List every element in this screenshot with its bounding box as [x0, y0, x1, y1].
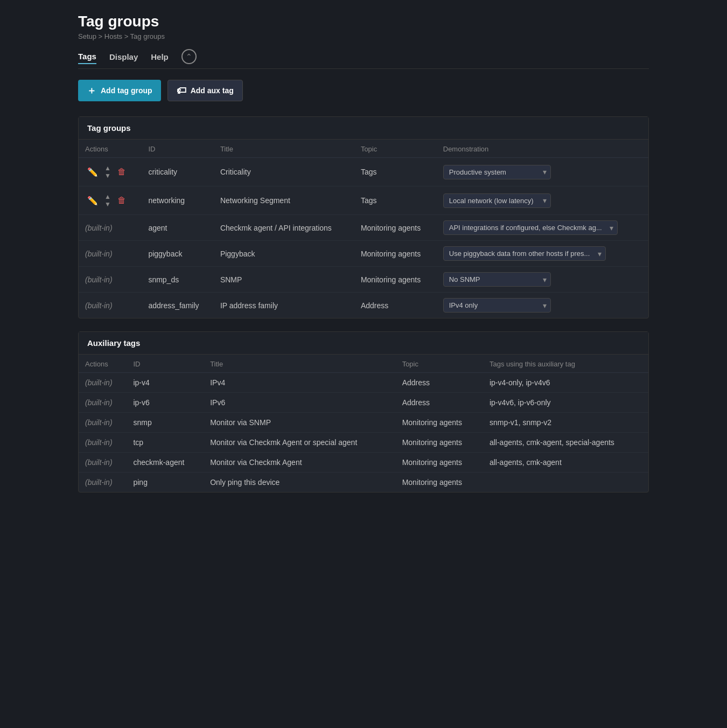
table-row: ✏️ ▲▼ 🗑 networkingNetworking SegmentTags… — [79, 186, 648, 215]
aux-tag-icon: 🏷 — [177, 85, 186, 96]
page-title: Tag groups — [78, 13, 649, 30]
builtin-label: (built-in) — [85, 438, 113, 447]
aux-row-topic: Monitoring agents — [396, 413, 483, 433]
sort-button[interactable]: ▲▼ — [102, 163, 113, 181]
sort-icon: ▲▼ — [104, 164, 111, 179]
row-demonstration[interactable]: No SNMPSNMP v2 or v3SNMP v1 — [437, 267, 648, 293]
tab-tags[interactable]: Tags — [78, 50, 96, 64]
aux-col-tags-using: Tags using this auxiliary tag — [483, 355, 648, 373]
collapse-button[interactable]: ⌃ — [181, 49, 197, 64]
row-id: networking — [142, 186, 214, 215]
aux-row-id: checkmk-agent — [127, 453, 204, 473]
builtin-label: (built-in) — [85, 224, 113, 232]
aux-row-title: Monitor via Checkmk Agent or special age… — [204, 433, 395, 453]
row-id: address_family — [142, 293, 214, 318]
nav-bar: Tags Display Help ⌃ — [78, 49, 649, 69]
breadcrumb: Setup > Hosts > Tag groups — [78, 32, 649, 40]
auxiliary-tags-section: Auxiliary tags Actions ID Title Topic Ta… — [78, 331, 649, 493]
col-title: Title — [214, 140, 354, 158]
builtin-label: (built-in) — [85, 458, 113, 467]
edit-button[interactable]: ✏️ — [85, 195, 100, 207]
aux-row-tags-using — [483, 473, 648, 493]
delete-button[interactable]: 🗑 — [115, 195, 128, 206]
row-id: criticality — [142, 158, 214, 186]
demonstration-select[interactable]: Local network (low latency)WANDMZ — [443, 193, 551, 208]
table-row: (built-in)checkmk-agentMonitor via Check… — [79, 453, 648, 473]
auxiliary-tags-header: Auxiliary tags — [79, 332, 648, 355]
builtin-label: (built-in) — [85, 398, 113, 407]
add-aux-tag-button[interactable]: 🏷 Add aux tag — [167, 80, 243, 101]
plus-icon: ＋ — [87, 84, 96, 97]
row-demonstration[interactable]: Productive systemBusiness criticalTest s… — [437, 158, 648, 186]
aux-col-actions: Actions — [79, 355, 127, 373]
demonstration-select[interactable]: No SNMPSNMP v2 or v3SNMP v1 — [443, 272, 551, 287]
tab-display[interactable]: Display — [109, 50, 138, 64]
edit-icon: ✏️ — [87, 167, 98, 177]
row-demonstration[interactable]: API integrations if configured, else Che… — [437, 215, 648, 241]
aux-row-tags-using: snmp-v1, snmp-v2 — [483, 413, 648, 433]
edit-icon: ✏️ — [87, 196, 98, 206]
trash-icon: 🗑 — [117, 167, 126, 177]
col-id: ID — [142, 140, 214, 158]
table-row: (built-in)tcpMonitor via Checkmk Agent o… — [79, 433, 648, 453]
builtin-label: (built-in) — [85, 301, 113, 310]
tag-groups-header: Tag groups — [79, 117, 648, 140]
delete-button[interactable]: 🗑 — [115, 166, 128, 178]
row-topic: Monitoring agents — [354, 215, 437, 241]
table-row: (built-in)ip-v6IPv6Addressip-v4v6, ip-v6… — [79, 393, 648, 413]
row-demonstration[interactable]: IPv4 onlyIPv6 onlyIPv4 and IPv6 — [437, 293, 648, 318]
table-row: (built-in)pingOnly ping this deviceMonit… — [79, 473, 648, 493]
edit-button[interactable]: ✏️ — [85, 166, 100, 178]
aux-row-id: snmp — [127, 413, 204, 433]
table-row: (built-in)ip-v4IPv4Addressip-v4-only, ip… — [79, 373, 648, 393]
row-demonstration[interactable]: Local network (low latency)WANDMZ — [437, 186, 648, 215]
tab-help[interactable]: Help — [151, 50, 169, 64]
demonstration-select[interactable]: Use piggyback data from other hosts if p… — [443, 246, 606, 261]
builtin-label: (built-in) — [85, 478, 113, 487]
aux-col-id: ID — [127, 355, 204, 373]
aux-row-id: ip-v4 — [127, 373, 204, 393]
action-bar: ＋ Add tag group 🏷 Add aux tag — [78, 80, 649, 101]
row-title: Checkmk agent / API integrations — [214, 215, 354, 241]
row-demonstration[interactable]: Use piggyback data from other hosts if p… — [437, 241, 648, 267]
row-topic: Tags — [354, 186, 437, 215]
sort-button[interactable]: ▲▼ — [102, 192, 113, 209]
aux-row-title: Monitor via Checkmk Agent — [204, 453, 395, 473]
table-row: (built-in)snmpMonitor via SNMPMonitoring… — [79, 413, 648, 433]
row-id: piggyback — [142, 241, 214, 267]
aux-row-topic: Monitoring agents — [396, 473, 483, 493]
aux-row-id: tcp — [127, 433, 204, 453]
tag-groups-section: Tag groups Actions ID Title Topic Demons… — [78, 116, 649, 318]
col-topic: Topic — [354, 140, 437, 158]
table-row: (built-in)address_familyIP address famil… — [79, 293, 648, 318]
demonstration-select[interactable]: API integrations if configured, else Che… — [443, 220, 618, 235]
table-row: ✏️ ▲▼ 🗑 criticalityCriticalityTagsProduc… — [79, 158, 648, 186]
demonstration-select[interactable]: IPv4 onlyIPv6 onlyIPv4 and IPv6 — [443, 298, 551, 313]
aux-row-title: Monitor via SNMP — [204, 413, 395, 433]
row-title: Piggyback — [214, 241, 354, 267]
row-id: snmp_ds — [142, 267, 214, 293]
demonstration-select[interactable]: Productive systemBusiness criticalTest s… — [443, 165, 551, 179]
aux-row-tags-using: ip-v4v6, ip-v6-only — [483, 393, 648, 413]
row-topic: Tags — [354, 158, 437, 186]
row-title: SNMP — [214, 267, 354, 293]
aux-row-tags-using: all-agents, cmk-agent, special-agents — [483, 433, 648, 453]
tag-groups-table: Actions ID Title Topic Demonstration ✏️ … — [79, 140, 648, 318]
row-title: IP address family — [214, 293, 354, 318]
aux-col-topic: Topic — [396, 355, 483, 373]
aux-row-topic: Address — [396, 373, 483, 393]
row-topic: Monitoring agents — [354, 241, 437, 267]
table-row: (built-in)agentCheckmk agent / API integ… — [79, 215, 648, 241]
aux-row-title: IPv4 — [204, 373, 395, 393]
builtin-label: (built-in) — [85, 249, 113, 258]
trash-icon: 🗑 — [117, 196, 126, 205]
add-tag-group-button[interactable]: ＋ Add tag group — [78, 80, 161, 101]
row-topic: Monitoring agents — [354, 267, 437, 293]
aux-row-tags-using: ip-v4-only, ip-v4v6 — [483, 373, 648, 393]
sort-icon: ▲▼ — [104, 193, 111, 208]
aux-col-title: Title — [204, 355, 395, 373]
aux-row-id: ip-v6 — [127, 393, 204, 413]
builtin-label: (built-in) — [85, 275, 113, 284]
row-title: Networking Segment — [214, 186, 354, 215]
aux-row-topic: Monitoring agents — [396, 453, 483, 473]
